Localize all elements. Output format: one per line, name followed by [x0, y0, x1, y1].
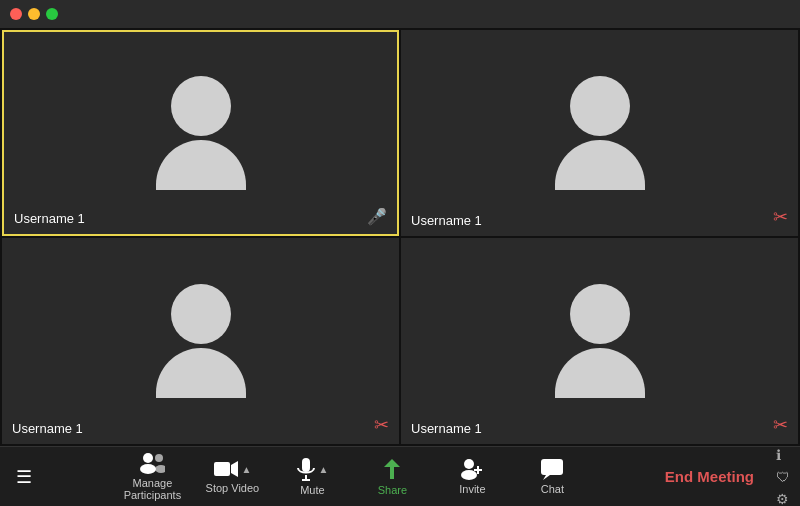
mute-icon: ▲: [296, 457, 328, 481]
share-button[interactable]: Share: [362, 457, 422, 496]
mute-button[interactable]: ▲ Mute: [282, 457, 342, 496]
toolbar-center: Manage Participants ▲ Stop Video: [50, 452, 655, 501]
invite-button[interactable]: Invite: [442, 458, 502, 495]
hamburger-button[interactable]: ☰: [10, 460, 38, 494]
share-icon: [380, 457, 404, 481]
chat-label: Chat: [541, 483, 564, 495]
manage-participants-button[interactable]: Manage Participants: [122, 452, 182, 501]
stop-video-caret: ▲: [241, 464, 251, 475]
toolbar-right: End Meeting ℹ 🛡 ⚙: [655, 447, 790, 507]
svg-point-1: [140, 464, 156, 474]
mic-status-icon-4: ✂: [773, 414, 788, 436]
avatar-body-2: [555, 140, 645, 190]
svg-marker-15: [543, 475, 550, 480]
stop-video-button[interactable]: ▲ Stop Video: [202, 459, 262, 494]
chat-button[interactable]: Chat: [522, 458, 582, 495]
stop-video-icon: ▲: [213, 459, 251, 479]
svg-rect-14: [541, 459, 563, 475]
toolbar-left: ☰: [10, 460, 50, 494]
shield-icon[interactable]: 🛡: [776, 469, 790, 485]
svg-marker-9: [384, 459, 400, 479]
username-label-3: Username 1: [12, 421, 83, 436]
avatar-4: [555, 284, 645, 398]
chat-icon: [540, 458, 564, 480]
avatar-2: [555, 76, 645, 190]
settings-icon[interactable]: ⚙: [776, 491, 790, 507]
avatar-head-4: [570, 284, 630, 344]
username-label-2: Username 1: [411, 213, 482, 228]
video-tile-2: Username 1 ✂: [401, 30, 798, 236]
side-icons: ℹ 🛡 ⚙: [776, 447, 790, 507]
svg-point-11: [461, 470, 477, 480]
traffic-lights: [10, 8, 58, 20]
share-label: Share: [378, 484, 407, 496]
svg-marker-5: [231, 461, 238, 477]
svg-rect-4: [214, 462, 230, 476]
svg-point-10: [464, 459, 474, 469]
svg-point-3: [155, 465, 165, 473]
avatar-body-1: [156, 140, 246, 190]
manage-participants-label1: Manage: [133, 477, 173, 489]
manage-participants-label2: Participants: [124, 489, 181, 501]
video-tile-1: Username 1 🎤: [2, 30, 399, 236]
mute-label: Mute: [300, 484, 324, 496]
username-label-4: Username 1: [411, 421, 482, 436]
invite-icon: [460, 458, 484, 480]
mic-status-icon-3: ✂: [374, 414, 389, 436]
svg-rect-6: [302, 458, 310, 472]
video-tile-3: Username 1 ✂: [2, 238, 399, 444]
avatar-body-3: [156, 348, 246, 398]
avatar-body-4: [555, 348, 645, 398]
manage-participants-icon: [139, 452, 165, 474]
username-label-1: Username 1: [14, 211, 85, 226]
avatar-head-2: [570, 76, 630, 136]
avatar-1: [156, 76, 246, 190]
avatar-head-1: [171, 76, 231, 136]
mic-status-icon-2: ✂: [773, 206, 788, 228]
maximize-button[interactable]: [46, 8, 58, 20]
close-button[interactable]: [10, 8, 22, 20]
end-meeting-button[interactable]: End Meeting: [655, 462, 764, 491]
stop-video-label: Stop Video: [206, 482, 260, 494]
video-grid: Username 1 🎤 Username 1 ✂ Username 1 ✂ U…: [0, 28, 800, 446]
video-tile-4: Username 1 ✂: [401, 238, 798, 444]
mic-status-icon-1: 🎤: [367, 207, 387, 226]
avatar-head-3: [171, 284, 231, 344]
avatar-3: [156, 284, 246, 398]
toolbar: ☰ Manage Participants: [0, 446, 800, 506]
title-bar: [0, 0, 800, 28]
svg-point-0: [143, 453, 153, 463]
mute-caret: ▲: [318, 464, 328, 475]
svg-point-2: [155, 454, 163, 462]
invite-label: Invite: [459, 483, 485, 495]
minimize-button[interactable]: [28, 8, 40, 20]
info-icon[interactable]: ℹ: [776, 447, 790, 463]
